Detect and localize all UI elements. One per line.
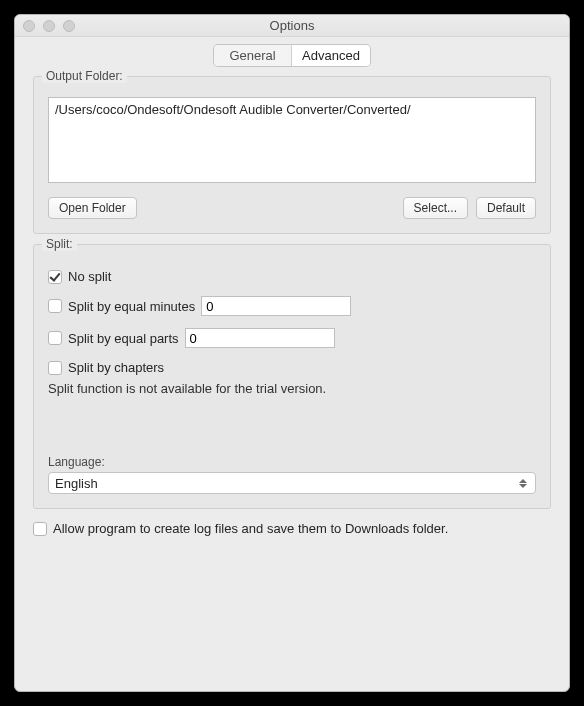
open-folder-button[interactable]: Open Folder xyxy=(48,197,137,219)
output-folder-group: Output Folder: /Users/coco/Ondesoft/Onde… xyxy=(33,76,551,234)
language-select[interactable]: English xyxy=(48,472,536,494)
options-window: Options General Advanced Output Folder: … xyxy=(14,14,570,692)
titlebar: Options xyxy=(15,15,569,37)
split-chapters-checkbox[interactable] xyxy=(48,361,62,375)
tab-general[interactable]: General xyxy=(214,45,292,66)
select-stepper-icon xyxy=(515,473,531,493)
content-area: Output Folder: /Users/coco/Ondesoft/Onde… xyxy=(15,76,569,556)
split-minutes-input[interactable] xyxy=(201,296,351,316)
allow-log-checkbox[interactable] xyxy=(33,522,47,536)
allow-log-label: Allow program to create log files and sa… xyxy=(53,521,448,536)
split-parts-label: Split by equal parts xyxy=(68,331,179,346)
no-split-checkbox[interactable] xyxy=(48,270,62,284)
language-group: Language: English xyxy=(48,444,536,494)
split-group: Split: No split Split by equal minutes S… xyxy=(33,244,551,509)
split-parts-checkbox[interactable] xyxy=(48,331,62,345)
split-parts-input[interactable] xyxy=(185,328,335,348)
split-chapters-label: Split by chapters xyxy=(68,360,164,375)
output-folder-path[interactable]: /Users/coco/Ondesoft/Ondesoft Audible Co… xyxy=(48,97,536,183)
split-minutes-label: Split by equal minutes xyxy=(68,299,195,314)
select-folder-button[interactable]: Select... xyxy=(403,197,468,219)
default-folder-button[interactable]: Default xyxy=(476,197,536,219)
split-trial-note: Split function is not available for the … xyxy=(48,381,536,396)
output-folder-label: Output Folder: xyxy=(42,69,127,83)
language-value: English xyxy=(55,476,98,491)
no-split-label: No split xyxy=(68,269,111,284)
window-title: Options xyxy=(15,18,569,33)
tab-advanced[interactable]: Advanced xyxy=(292,45,370,66)
split-minutes-checkbox[interactable] xyxy=(48,299,62,313)
split-label: Split: xyxy=(42,237,77,251)
language-label: Language: xyxy=(48,455,536,469)
